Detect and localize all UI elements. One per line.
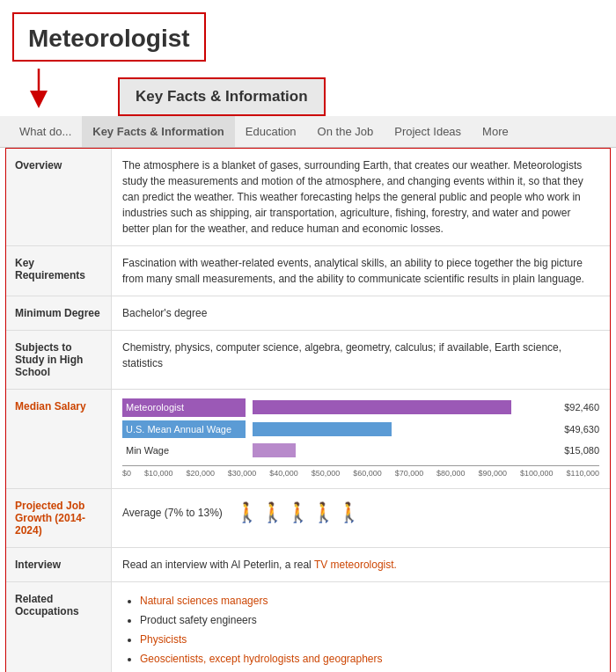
salary-bar-mean: U.S. Mean Annual Wage $49,630 — [122, 420, 599, 439]
salary-label: Median Salary — [6, 390, 112, 488]
nav-what-do[interactable]: What do... — [9, 116, 82, 147]
occupations-list: Natural sciences managers Product safety… — [122, 591, 599, 672]
interview-label: Interview — [6, 548, 112, 581]
salary-row: Median Salary Meteorologist $92,460 U.S.… — [6, 390, 610, 489]
list-item: Natural sciences managers — [140, 591, 599, 610]
nav-on-the-job[interactable]: On the Job — [307, 116, 385, 147]
growth-row: Projected Job Growth (2014-2024) Average… — [6, 489, 610, 548]
min-degree-label: Minimum Degree — [6, 296, 112, 330]
occupation-plain-product-safety: Product safety engineers — [140, 614, 257, 626]
person-icons: 🚶 🚶 🚶 🚶 🚶 — [235, 498, 361, 527]
overview-content: The atmosphere is a blanket of gases, su… — [112, 149, 610, 245]
min-degree-row: Minimum Degree Bachelor's degree — [6, 296, 610, 331]
occupation-link-geoscientists[interactable]: Geoscientists, except hydrologists and g… — [140, 653, 383, 665]
nav-education[interactable]: Education — [235, 116, 307, 147]
key-requirements-row: Key Requirements Fascination with weathe… — [6, 246, 610, 296]
main-content: Overview The atmosphere is a blanket of … — [5, 148, 611, 672]
min-degree-content: Bachelor's degree — [112, 296, 610, 330]
occupation-link-physicists[interactable]: Physicists — [140, 633, 187, 646]
key-requirements-content: Fascination with weather-related events,… — [112, 246, 610, 296]
list-item: Physicists — [140, 630, 599, 649]
navigation-bar: What do... Key Facts & Information Educa… — [0, 116, 616, 148]
related-occupations-row: Related Occupations Natural sciences man… — [6, 582, 610, 672]
related-occupations-content: Natural sciences managers Product safety… — [112, 582, 610, 672]
interview-content: Read an interview with Al Peterlin, a re… — [112, 548, 610, 581]
key-requirements-label: Key Requirements — [6, 246, 112, 296]
person-icon-4: 🚶 — [312, 498, 335, 527]
growth-section: Average (7% to 13%) 🚶 🚶 🚶 🚶 🚶 — [122, 498, 599, 527]
key-facts-box: Key Facts & Information — [118, 77, 326, 116]
occupation-link-natural-sciences[interactable]: Natural sciences managers — [140, 595, 268, 607]
overview-row: Overview The atmosphere is a blanket of … — [6, 149, 610, 246]
list-item: Hydrologists — [140, 668, 599, 672]
salary-chart: Meteorologist $92,460 U.S. Mean Annual W… — [122, 398, 599, 479]
overview-label: Overview — [6, 149, 112, 245]
nav-more[interactable]: More — [472, 116, 519, 147]
list-item: Product safety engineers — [140, 610, 599, 630]
page-title: Meteorologist — [12, 12, 206, 62]
interview-row: Interview Read an interview with Al Pete… — [6, 548, 610, 582]
subjects-label: Subjects to Study in High School — [6, 331, 112, 389]
salary-bar-met: Meteorologist $92,460 — [122, 398, 599, 417]
nav-project-ideas[interactable]: Project Ideas — [384, 116, 472, 147]
related-occupations-label: Related Occupations — [6, 582, 112, 672]
person-icon-5: 🚶 — [337, 498, 361, 527]
subjects-content: Chemistry, physics, computer science, al… — [112, 331, 610, 389]
person-icon-3: 🚶 — [286, 498, 310, 527]
interview-text-before: Read an interview with Al Peterlin, a re… — [122, 559, 314, 571]
person-icon-2: 🚶 — [260, 498, 284, 527]
growth-text: Average (7% to 13%) — [122, 505, 223, 521]
growth-label: Projected Job Growth (2014-2024) — [6, 489, 112, 547]
person-icon-1: 🚶 — [235, 498, 259, 527]
subjects-row: Subjects to Study in High School Chemist… — [6, 331, 610, 390]
tv-meteorologist-link[interactable]: TV meteorologist. — [314, 559, 397, 571]
list-item: Geoscientists, except hydrologists and g… — [140, 649, 599, 668]
arrow-icon — [12, 69, 65, 113]
nav-key-facts[interactable]: Key Facts & Information — [82, 116, 235, 147]
growth-content: Average (7% to 13%) 🚶 🚶 🚶 🚶 🚶 — [112, 489, 610, 547]
salary-content: Meteorologist $92,460 U.S. Mean Annual W… — [112, 390, 610, 488]
salary-bar-min: Min Wage $15,080 — [122, 442, 599, 460]
